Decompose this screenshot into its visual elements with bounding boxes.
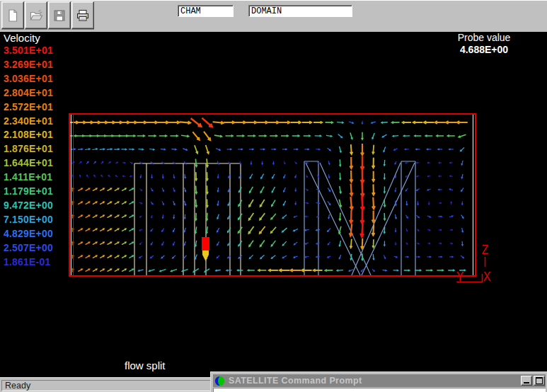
probe-value: 4.688E+00 bbox=[448, 43, 520, 56]
legend-entry: 3.501E+01 bbox=[4, 44, 81, 58]
satellite-window-content[interactable] bbox=[213, 388, 546, 392]
maximize-button[interactable] bbox=[534, 376, 545, 386]
velocity-arrows bbox=[69, 118, 468, 272]
minimize-button[interactable] bbox=[521, 376, 532, 386]
vector-plot-area[interactable] bbox=[69, 113, 476, 277]
graphics-canvas: Velocity 3.501E+013.269E+013.036E+012.80… bbox=[0, 32, 547, 377]
open-file-button[interactable] bbox=[25, 1, 47, 29]
print-button[interactable] bbox=[71, 1, 94, 29]
minimize-icon bbox=[524, 382, 529, 384]
obstacle-outlines bbox=[134, 163, 241, 276]
app-toolbar bbox=[0, 0, 547, 33]
new-document-icon bbox=[6, 8, 20, 23]
domain-text-field[interactable] bbox=[248, 5, 352, 17]
probe-readout: Probe value 4.688E+00 bbox=[448, 32, 520, 56]
axis-label-z: Z bbox=[481, 243, 488, 257]
cham-text-field[interactable] bbox=[178, 5, 234, 17]
legend-entry: 2.572E+01 bbox=[4, 100, 81, 115]
probe-marker-body bbox=[202, 237, 209, 250]
legend-title: Velocity bbox=[4, 32, 81, 44]
satellite-titlebar[interactable]: SATELLITE Command Prompt bbox=[213, 374, 546, 387]
save-icon bbox=[52, 8, 67, 23]
satellite-title-text: SATELLITE Command Prompt bbox=[229, 376, 520, 386]
application-window: Velocity 3.501E+013.269E+013.036E+012.80… bbox=[0, 0, 547, 392]
vector-field bbox=[69, 113, 476, 277]
satellite-command-prompt-window: SATELLITE Command Prompt bbox=[210, 371, 547, 392]
legend-entry: 3.036E+01 bbox=[4, 72, 81, 86]
axis-triad: Z X Y bbox=[453, 241, 506, 284]
plot-caption: flow split bbox=[125, 359, 166, 371]
save-button[interactable] bbox=[48, 1, 71, 29]
print-icon bbox=[76, 8, 90, 23]
probe-marker bbox=[202, 237, 209, 261]
satellite-icon[interactable] bbox=[214, 376, 225, 386]
baffle-outlines bbox=[304, 161, 415, 276]
probe-label: Probe value bbox=[448, 32, 520, 43]
new-file-button[interactable] bbox=[1, 1, 24, 29]
open-folder-icon bbox=[29, 8, 43, 23]
domain-border bbox=[69, 114, 476, 276]
legend-entry: 3.269E+01 bbox=[4, 58, 81, 72]
toolbar-button-group bbox=[1, 1, 95, 29]
maximize-icon bbox=[536, 377, 543, 384]
legend-entry: 2.804E+01 bbox=[4, 86, 81, 100]
probe-marker-tip bbox=[202, 250, 209, 261]
axis-label-x: X bbox=[483, 270, 491, 284]
